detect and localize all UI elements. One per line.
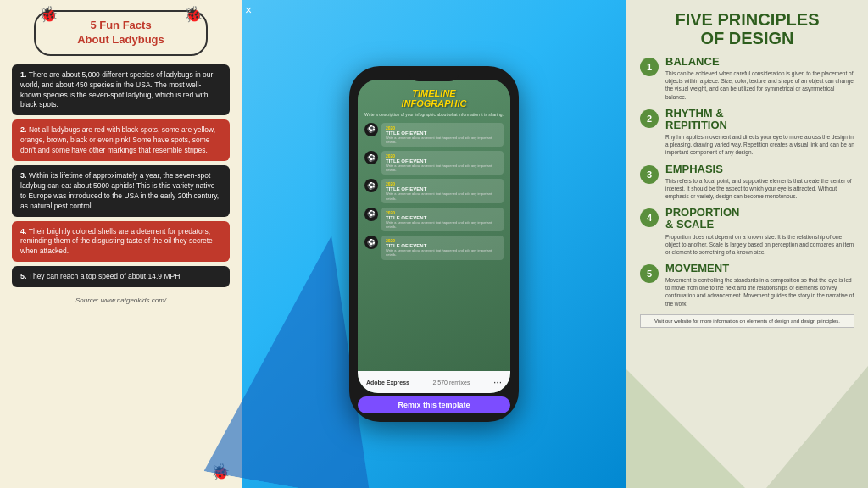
facts-container: 1. There are about 5,000 different speci… [12,64,230,291]
timeline-text-box: 2020 TITLE OF EVENT Write a sentence abo… [381,179,504,202]
source-text: Source: www.natgeokids.com/ [75,297,166,304]
timeline-event-desc: Write a sentence about an event that hap… [386,248,499,257]
principle-desc: Rhythm applies movement and directs your… [665,133,854,156]
timeline-item: ⚽ 2020 TITLE OF EVENT Write a sentence a… [364,179,504,202]
timeline-text-box: 2020 TITLE OF EVENT Write a sentence abo… [381,123,504,147]
principle-desc: Movement is controlling the standards in… [665,276,854,307]
infographic-title: TIMELINE INFOGRAPHIC [402,88,467,108]
right-panel: FIVE PRINCIPLES OF DESIGN 1 BALANCE This… [626,0,868,488]
principle-content: EMPHASIS This refers to a focal point, a… [665,164,854,201]
remixes-count: 2,570 remixes [432,380,470,385]
adobe-express-label: Adobe Express [366,380,409,385]
timeline-item: ⚽ 2020 TITLE OF EVENT Write a sentence a… [364,236,504,259]
phone-notch [409,66,459,81]
timeline-text-box: 2020 TITLE OF EVENT Write a sentence abo… [381,151,504,175]
ladybug-title: 5 Fun Facts About Ladybugs [47,19,195,47]
timeline-ball: ⚽ [364,179,378,192]
principle-content: RHYTHM &REPITITION Rhythm applies moveme… [665,108,854,157]
timeline-ball: ⚽ [364,208,378,221]
design-title-line2: OF DESIGN [700,29,793,47]
principle-number: 3 [640,165,659,184]
timeline-ball: ⚽ [364,151,378,164]
timeline-item: ⚽ 2020 TITLE OF EVENT Write a sentence a… [364,123,504,147]
timeline-event-desc: Write a sentence about an event that hap… [386,164,499,172]
principle-number: 4 [640,208,659,227]
title-box: 5 Fun Facts About Ladybugs [34,10,209,56]
principle-name: MOVEMENT [665,263,854,274]
title-line1: 5 Fun Facts [90,19,151,31]
infographic-title-line2: INFOGRAPHIC [402,98,467,108]
principle-number: 5 [640,264,659,283]
remix-button[interactable]: Remix this template [358,396,510,413]
phone-bottom-bar: Adobe Express 2,570 remixes ··· [358,371,510,393]
principle-number: 1 [640,58,659,76]
timeline-text-box: 2020 TITLE OF EVENT Write a sentence abo… [381,236,504,259]
principle-name: PROPORTION& SCALE [665,207,854,231]
right-accent-shape2 [766,336,868,488]
right-accent-shape [626,319,745,488]
center-panel: × TIMELINE INFOGRAPHIC Write a descripti… [242,0,626,488]
infographic-subtitle: Write a description of your infographic … [364,112,504,118]
principle-content: PROPORTION& SCALE Proportion does not de… [665,207,854,256]
timeline-event-desc: Write a sentence about an event that hap… [386,191,499,200]
principle-name: EMPHASIS [665,164,854,175]
infographic-title-line1: TIMELINE [412,88,455,98]
principle-item: 5 MOVEMENT Movement is controlling the s… [640,263,854,308]
timeline-item: ⚽ 2020 TITLE OF EVENT Write a sentence a… [364,151,504,175]
principle-content: BALANCE This can be achieved when carefu… [665,56,854,101]
design-title-line1: FIVE PRINCIPLES [675,10,819,29]
timeline-event-desc: Write a sentence about an event that hap… [386,220,499,229]
fact-item: 4. Their brightly colored shells are a d… [12,221,230,263]
more-options-icon[interactable]: ··· [493,376,502,388]
fact-item: 2. Not all ladybugs are red with black s… [12,119,230,161]
fact-item: 5. They can reach a top speed of about 1… [12,266,230,287]
principle-name: RHYTHM &REPITITION [665,108,854,132]
fact-item: 3. Within its lifetime of approximately … [12,165,230,217]
timeline-item: ⚽ 2020 TITLE OF EVENT Write a sentence a… [364,208,504,231]
phone-screen: TIMELINE INFOGRAPHIC Write a description… [358,80,510,393]
principle-name: BALANCE [665,56,854,68]
visit-website: Visit our website for more information o… [640,314,854,328]
right-content: FIVE PRINCIPLES OF DESIGN 1 BALANCE This… [640,10,854,328]
timeline-container: ⚽ 2020 TITLE OF EVENT Write a sentence a… [364,123,504,264]
phone-mockup: TIMELINE INFOGRAPHIC Write a description… [349,66,519,422]
principle-desc: Proportion does not depend on a known si… [665,233,854,256]
principles-container: 1 BALANCE This can be achieved when care… [640,56,854,308]
timeline-event-desc: Write a sentence about an event that hap… [386,136,499,144]
design-title: FIVE PRINCIPLES OF DESIGN [640,10,854,47]
principle-item: 1 BALANCE This can be achieved when care… [640,56,854,101]
timeline-text-box: 2020 TITLE OF EVENT Write a sentence abo… [381,208,504,231]
principle-number: 2 [640,109,659,128]
timeline-ball: ⚽ [364,236,378,249]
principle-item: 4 PROPORTION& SCALE Proportion does not … [640,207,854,256]
phone-screen-content: TIMELINE INFOGRAPHIC Write a description… [358,80,510,371]
timeline-ball: ⚽ [364,123,378,136]
left-panel: 5 Fun Facts About Ladybugs 1. There are … [0,0,242,488]
principle-content: MOVEMENT Movement is controlling the sta… [665,263,854,308]
principle-desc: This can be achieved when careful consid… [665,69,854,100]
principle-desc: This refers to a focal point, and suppor… [665,177,854,200]
title-line2: About Ladybugs [77,33,164,46]
principle-item: 3 EMPHASIS This refers to a focal point,… [640,164,854,201]
close-button[interactable]: × [245,3,252,17]
principle-item: 2 RHYTHM &REPITITION Rhythm applies move… [640,108,854,157]
fact-item: 1. There are about 5,000 different speci… [12,64,230,116]
